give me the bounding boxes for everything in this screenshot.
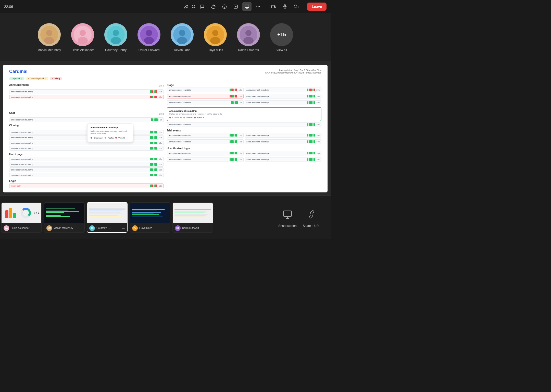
emoji-button[interactable] [220, 2, 229, 11]
add-button[interactable] [231, 2, 240, 11]
more-count[interactable]: +15 [270, 23, 293, 46]
svg-point-11 [258, 6, 259, 7]
stage-tooltip-card: announcement-roundtrip Makes an announce… [167, 107, 321, 121]
cloning-header: Cloning [9, 124, 164, 128]
cloning-row4: announcement-roundtrip 10s [9, 146, 164, 151]
participant-name-devon: Devon Lane [174, 48, 191, 52]
thumb-preview-marvin [44, 203, 84, 223]
main-content-area: Cardinal Last updated: Aug 17 at 3:30pm … [0, 62, 331, 195]
thumb-preview-courtney [87, 203, 127, 223]
participants-row: Marvin McKinney Leslie Alexander Courtne… [0, 13, 331, 62]
thumb-name-courtney: Courtney H... [96, 227, 120, 229]
thumb-info-marvin: MM Marvin McKinney [44, 223, 84, 233]
thumb-avatar-darrell: DS [175, 225, 181, 231]
trial-events-title: Trial events [167, 129, 181, 132]
stage-tooltip-desc: Makes an announcement and receives it on… [169, 113, 319, 115]
participant-marvin: Marvin McKinney [37, 23, 61, 52]
eventpage-title: Event page [9, 153, 23, 156]
eventpage-section: Event page announcement-roundtrip 10s an… [9, 153, 164, 177]
sha: SHA: 8cd929afb69041b64de0444b2df724fcd33… [265, 71, 321, 74]
upload-button[interactable] [292, 2, 301, 11]
thumb-marvin[interactable]: MM Marvin McKinney [44, 202, 85, 233]
top-bar-controls: 22 [182, 2, 327, 11]
thumb-darrell[interactable]: DS Darrell Stewart [172, 202, 213, 233]
thumb-leslie[interactable]: 6 4 2 LA Leslie Alexander [1, 202, 42, 233]
partial-badge: 3 partially passing [26, 77, 48, 80]
svg-point-22 [80, 30, 86, 36]
content-grid: Announcements 2 / 4 announcement-roundtr… [9, 83, 321, 188]
thumb-preview-darrell [173, 203, 213, 223]
raise-hand-button[interactable] [209, 2, 218, 11]
chat-button[interactable] [197, 2, 207, 11]
svg-point-12 [259, 6, 260, 7]
participant-devon: Devon Lane [171, 23, 194, 52]
top-bar: 22:06 22 [0, 0, 331, 13]
view-all-label[interactable]: View all [276, 48, 287, 52]
thumb-info-courtney: CH Courtney H... ··· [87, 223, 127, 233]
thumb-courtney[interactable]: CH Courtney H... ··· [87, 202, 128, 233]
participants-button[interactable] [182, 2, 191, 11]
thumbnails-row: 6 4 2 LA Leslie Alexander [0, 196, 268, 239]
announcements-title: Announcements [9, 83, 29, 86]
svg-point-10 [257, 6, 257, 7]
test-row-highlighted: announcement-roundtrip 10s [9, 95, 164, 99]
svg-point-28 [146, 30, 152, 36]
thumb-floyd[interactable]: FM Floyd Miles [130, 202, 170, 233]
svg-point-0 [185, 5, 186, 6]
camera-button[interactable] [269, 2, 278, 11]
webkit-indicator [194, 117, 196, 118]
svg-point-25 [113, 30, 119, 36]
thumb-info-darrell: DS Darrell Stewart [173, 223, 213, 233]
participant-name-darrell: Darrell Steward [139, 48, 160, 52]
share-url-action[interactable]: Share a URL [303, 207, 320, 228]
chromium-dot [91, 137, 92, 139]
thumb-name-leslie: Leslie Alexander [11, 227, 39, 229]
screen-meta: Last updated: Aug 17 at 3:30pm (2m 32s) … [265, 69, 321, 74]
login-section: Login token-login 10s announcement-round… [9, 179, 164, 188]
avatar-devon [171, 23, 194, 46]
thumb-preview-floyd [130, 203, 170, 223]
svg-point-1 [223, 5, 227, 8]
more-button[interactable] [254, 2, 263, 11]
announcements-count: 2 / 4 [159, 84, 164, 87]
participant-name-courtney: Courtney Henry [105, 48, 127, 52]
participant-leslie: Leslie Alexander [71, 23, 94, 52]
svg-rect-39 [283, 211, 292, 216]
divider [266, 4, 266, 10]
share-screen-button[interactable] [242, 2, 252, 11]
participant-darrell: Darrell Steward [137, 23, 160, 52]
test-row: announcement-roundtrip 10s [9, 89, 164, 94]
cloning-section: Cloning announcement-roundtrip 10s annou… [9, 124, 164, 151]
right-column: Stage announcement-roundtrip 10s announc… [167, 83, 321, 188]
thumb-avatar-courtney: CH [89, 225, 95, 231]
avatar-darrell [137, 23, 160, 46]
share-url-label: Share a URL [303, 224, 320, 228]
screen-app-title: Cardinal [9, 69, 28, 74]
announcements-header: Announcements 2 / 4 [9, 83, 164, 88]
tooltip-overlay: announcement-roundtrip Makes an announce… [87, 124, 133, 142]
leave-button[interactable]: Leave [307, 3, 327, 11]
tooltip-desc: Makes an announcement and receives it on… [91, 130, 130, 135]
status-badges: 28 passing 3 partially passing 4 failing [9, 77, 321, 80]
screen-header: Cardinal Last updated: Aug 17 at 3:30pm … [9, 69, 321, 74]
cloning-row1: announcement-roundtrip 10s [9, 130, 164, 134]
thumb-info-leslie: LA Leslie Alexander [2, 223, 41, 233]
last-updated: Last updated: Aug 17 at 3:30pm (2m 32s) [265, 69, 321, 71]
mic-button[interactable] [280, 2, 290, 11]
participant-name-leslie: Leslie Alexander [71, 48, 94, 52]
stage-title: Stage [167, 84, 174, 87]
tooltip-title: announcement-roundtrip [91, 126, 130, 129]
avatar-floyd [204, 23, 227, 46]
participant-courtney: Courtney Henry [104, 23, 127, 52]
share-screen-icon [280, 207, 295, 222]
firefox-dot [105, 137, 106, 139]
chat-header: Chat 2 / 2 [9, 112, 164, 116]
share-screen-action[interactable]: Share screen [278, 207, 296, 228]
login-title: Login [9, 180, 16, 182]
meeting-time: 22:06 [4, 5, 13, 9]
divider2 [304, 4, 304, 10]
thumb-more-courtney[interactable]: ··· [122, 226, 125, 230]
more-participants-button[interactable]: +15 View all [270, 23, 293, 52]
svg-point-37 [245, 30, 252, 36]
tooltip-browsers: Chromium Firefox WebKit [91, 137, 130, 139]
